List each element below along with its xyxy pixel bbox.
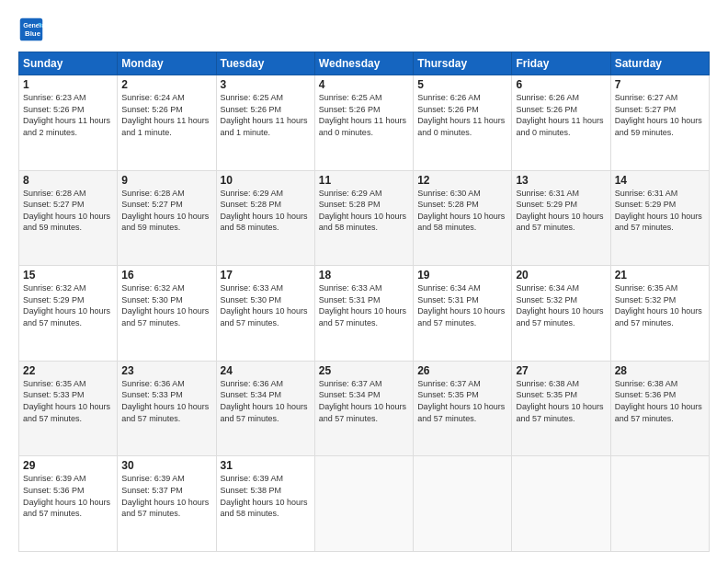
day-number: 7: [615, 78, 705, 91]
weekday-header: Friday: [512, 52, 610, 75]
day-info: Sunrise: 6:30 AM Sunset: 5:28 PM Dayligh…: [417, 188, 507, 234]
calendar-table: SundayMondayTuesdayWednesdayThursdayFrid…: [18, 52, 710, 552]
weekday-header: Wednesday: [314, 52, 413, 75]
day-number: 14: [615, 174, 705, 187]
calendar-week-row: 29 Sunrise: 6:39 AM Sunset: 5:36 PM Dayl…: [19, 456, 710, 552]
day-info: Sunrise: 6:26 AM Sunset: 5:26 PM Dayligh…: [417, 92, 507, 138]
day-info: Sunrise: 6:31 AM Sunset: 5:29 PM Dayligh…: [615, 188, 705, 234]
day-info: Sunrise: 6:28 AM Sunset: 5:27 PM Dayligh…: [121, 188, 211, 234]
calendar-week-row: 22 Sunrise: 6:35 AM Sunset: 5:33 PM Dayl…: [19, 361, 710, 456]
calendar-cell: 5 Sunrise: 6:26 AM Sunset: 5:26 PM Dayli…: [414, 75, 512, 171]
day-info: Sunrise: 6:25 AM Sunset: 5:26 PM Dayligh…: [221, 92, 311, 138]
day-number: 24: [221, 364, 311, 377]
day-number: 6: [516, 78, 606, 91]
calendar-cell: 3 Sunrise: 6:25 AM Sunset: 5:26 PM Dayli…: [216, 75, 314, 171]
day-info: Sunrise: 6:39 AM Sunset: 5:38 PM Dayligh…: [221, 473, 311, 519]
day-info: Sunrise: 6:39 AM Sunset: 5:37 PM Dayligh…: [121, 473, 211, 519]
day-info: Sunrise: 6:26 AM Sunset: 5:26 PM Dayligh…: [516, 92, 606, 138]
svg-text:Blue: Blue: [25, 29, 41, 38]
day-number: 3: [221, 78, 311, 91]
calendar-header-row: SundayMondayTuesdayWednesdayThursdayFrid…: [19, 52, 710, 75]
calendar-cell: 17 Sunrise: 6:33 AM Sunset: 5:30 PM Dayl…: [216, 266, 314, 362]
calendar-cell: 6 Sunrise: 6:26 AM Sunset: 5:26 PM Dayli…: [512, 75, 610, 171]
day-info: Sunrise: 6:38 AM Sunset: 5:35 PM Dayligh…: [516, 378, 606, 424]
calendar-cell: 19 Sunrise: 6:34 AM Sunset: 5:31 PM Dayl…: [414, 266, 512, 362]
weekday-header: Monday: [118, 52, 216, 75]
day-info: Sunrise: 6:36 AM Sunset: 5:33 PM Dayligh…: [121, 378, 211, 424]
calendar-cell: 22 Sunrise: 6:35 AM Sunset: 5:33 PM Dayl…: [19, 361, 118, 456]
day-number: 12: [417, 174, 507, 187]
calendar-cell: 11 Sunrise: 6:29 AM Sunset: 5:28 PM Dayl…: [314, 170, 413, 266]
day-info: Sunrise: 6:32 AM Sunset: 5:29 PM Dayligh…: [23, 282, 113, 328]
day-info: Sunrise: 6:29 AM Sunset: 5:28 PM Dayligh…: [319, 188, 409, 234]
day-number: 20: [516, 269, 606, 282]
weekday-header: Saturday: [610, 52, 709, 75]
day-number: 9: [121, 174, 211, 187]
calendar-cell: 18 Sunrise: 6:33 AM Sunset: 5:31 PM Dayl…: [314, 266, 413, 362]
day-number: 13: [516, 174, 606, 187]
day-number: 18: [319, 269, 409, 282]
calendar-cell: 15 Sunrise: 6:32 AM Sunset: 5:29 PM Dayl…: [19, 266, 118, 362]
calendar-cell: 1 Sunrise: 6:23 AM Sunset: 5:26 PM Dayli…: [19, 75, 118, 171]
day-info: Sunrise: 6:39 AM Sunset: 5:36 PM Dayligh…: [23, 473, 113, 519]
calendar-cell: 16 Sunrise: 6:32 AM Sunset: 5:30 PM Dayl…: [118, 266, 216, 362]
day-number: 31: [221, 459, 311, 472]
calendar-cell: 20 Sunrise: 6:34 AM Sunset: 5:32 PM Dayl…: [512, 266, 610, 362]
day-info: Sunrise: 6:35 AM Sunset: 5:33 PM Dayligh…: [23, 378, 113, 424]
calendar-cell: 8 Sunrise: 6:28 AM Sunset: 5:27 PM Dayli…: [19, 170, 118, 266]
calendar-cell: 24 Sunrise: 6:36 AM Sunset: 5:34 PM Dayl…: [216, 361, 314, 456]
calendar-cell: 31 Sunrise: 6:39 AM Sunset: 5:38 PM Dayl…: [216, 456, 314, 552]
day-number: 27: [516, 364, 606, 377]
day-number: 16: [121, 269, 211, 282]
day-info: Sunrise: 6:23 AM Sunset: 5:26 PM Dayligh…: [23, 92, 113, 138]
page: General Blue SundayMondayTuesdayWednesda…: [0, 0, 728, 563]
weekday-header: Sunday: [19, 52, 118, 75]
day-info: Sunrise: 6:37 AM Sunset: 5:35 PM Dayligh…: [417, 378, 507, 424]
calendar-cell: [610, 456, 709, 552]
calendar-cell: 4 Sunrise: 6:25 AM Sunset: 5:26 PM Dayli…: [314, 75, 413, 171]
calendar-cell: [512, 456, 610, 552]
day-number: 25: [319, 364, 409, 377]
day-number: 26: [417, 364, 507, 377]
header: General Blue: [18, 17, 710, 42]
calendar-cell: 2 Sunrise: 6:24 AM Sunset: 5:26 PM Dayli…: [118, 75, 216, 171]
day-info: Sunrise: 6:34 AM Sunset: 5:31 PM Dayligh…: [417, 282, 507, 328]
logo-icon: General Blue: [18, 17, 44, 42]
day-info: Sunrise: 6:37 AM Sunset: 5:34 PM Dayligh…: [319, 378, 409, 424]
day-number: 8: [23, 174, 113, 187]
day-info: Sunrise: 6:28 AM Sunset: 5:27 PM Dayligh…: [23, 188, 113, 234]
calendar-cell: [414, 456, 512, 552]
day-info: Sunrise: 6:34 AM Sunset: 5:32 PM Dayligh…: [516, 282, 606, 328]
calendar-cell: 23 Sunrise: 6:36 AM Sunset: 5:33 PM Dayl…: [118, 361, 216, 456]
day-number: 29: [23, 459, 113, 472]
day-number: 10: [221, 174, 311, 187]
day-number: 22: [23, 364, 113, 377]
day-info: Sunrise: 6:35 AM Sunset: 5:32 PM Dayligh…: [615, 282, 705, 328]
day-info: Sunrise: 6:38 AM Sunset: 5:36 PM Dayligh…: [615, 378, 705, 424]
calendar-week-row: 15 Sunrise: 6:32 AM Sunset: 5:29 PM Dayl…: [19, 266, 710, 362]
calendar-cell: 10 Sunrise: 6:29 AM Sunset: 5:28 PM Dayl…: [216, 170, 314, 266]
calendar-cell: 9 Sunrise: 6:28 AM Sunset: 5:27 PM Dayli…: [118, 170, 216, 266]
weekday-header: Tuesday: [216, 52, 314, 75]
day-info: Sunrise: 6:33 AM Sunset: 5:30 PM Dayligh…: [221, 282, 311, 328]
day-number: 23: [121, 364, 211, 377]
calendar-cell: 7 Sunrise: 6:27 AM Sunset: 5:27 PM Dayli…: [610, 75, 709, 171]
day-info: Sunrise: 6:32 AM Sunset: 5:30 PM Dayligh…: [121, 282, 211, 328]
day-number: 4: [319, 78, 409, 91]
day-number: 28: [615, 364, 705, 377]
calendar-week-row: 1 Sunrise: 6:23 AM Sunset: 5:26 PM Dayli…: [19, 75, 710, 171]
day-info: Sunrise: 6:25 AM Sunset: 5:26 PM Dayligh…: [319, 92, 409, 138]
day-number: 21: [615, 269, 705, 282]
weekday-header: Thursday: [414, 52, 512, 75]
day-number: 30: [121, 459, 211, 472]
calendar-cell: 28 Sunrise: 6:38 AM Sunset: 5:36 PM Dayl…: [610, 361, 709, 456]
day-info: Sunrise: 6:36 AM Sunset: 5:34 PM Dayligh…: [221, 378, 311, 424]
day-number: 2: [121, 78, 211, 91]
logo: General Blue: [18, 17, 48, 42]
day-number: 5: [417, 78, 507, 91]
day-number: 17: [221, 269, 311, 282]
calendar-cell: 14 Sunrise: 6:31 AM Sunset: 5:29 PM Dayl…: [610, 170, 709, 266]
day-info: Sunrise: 6:29 AM Sunset: 5:28 PM Dayligh…: [221, 188, 311, 234]
day-number: 11: [319, 174, 409, 187]
calendar-cell: 12 Sunrise: 6:30 AM Sunset: 5:28 PM Dayl…: [414, 170, 512, 266]
